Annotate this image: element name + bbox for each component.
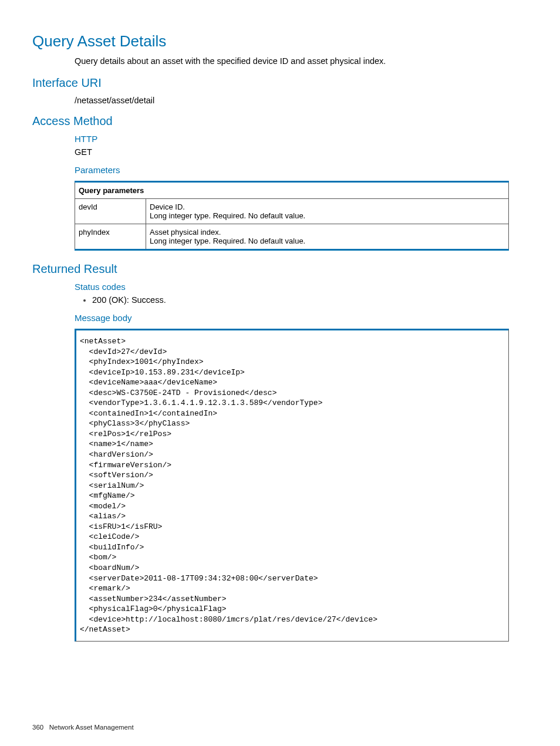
table-row: devId Device ID. Long integer type. Requ… bbox=[75, 199, 509, 224]
parameters-label: Parameters bbox=[75, 165, 528, 175]
table-header-row: Query parameters bbox=[75, 182, 509, 199]
param-desc: Asset physical index. Long integer type.… bbox=[146, 224, 509, 250]
interface-uri-value: /netasset/asset/detail bbox=[75, 96, 528, 105]
parameters-table: Query parameters devId Device ID. Long i… bbox=[75, 181, 509, 251]
status-codes-label: Status codes bbox=[75, 282, 528, 292]
param-desc: Device ID. Long integer type. Required. … bbox=[146, 199, 509, 224]
param-name: devId bbox=[75, 199, 146, 224]
heading-returned-result: Returned Result bbox=[32, 262, 528, 276]
page-footer: 360 Network Asset Management bbox=[32, 724, 134, 731]
table-header: Query parameters bbox=[75, 182, 509, 199]
table-row: phyIndex Asset physical index. Long inte… bbox=[75, 224, 509, 250]
message-body-label: Message body bbox=[75, 313, 528, 323]
param-name: phyIndex bbox=[75, 224, 146, 250]
http-method: GET bbox=[75, 147, 528, 157]
status-list: 200 (OK): Success. bbox=[75, 295, 528, 305]
heading-access-method: Access Method bbox=[32, 114, 528, 128]
page-number: 360 bbox=[32, 724, 43, 731]
status-item: 200 (OK): Success. bbox=[92, 295, 528, 305]
page-title: Query Asset Details bbox=[32, 32, 528, 50]
code-block: <netAsset> <devId>27</devId> <phyIndex>1… bbox=[75, 329, 509, 642]
page-description: Query details about an asset with the sp… bbox=[75, 56, 528, 66]
footer-label: Network Asset Management bbox=[49, 724, 134, 731]
heading-interface-uri: Interface URI bbox=[32, 76, 528, 90]
http-label: HTTP bbox=[75, 134, 528, 144]
